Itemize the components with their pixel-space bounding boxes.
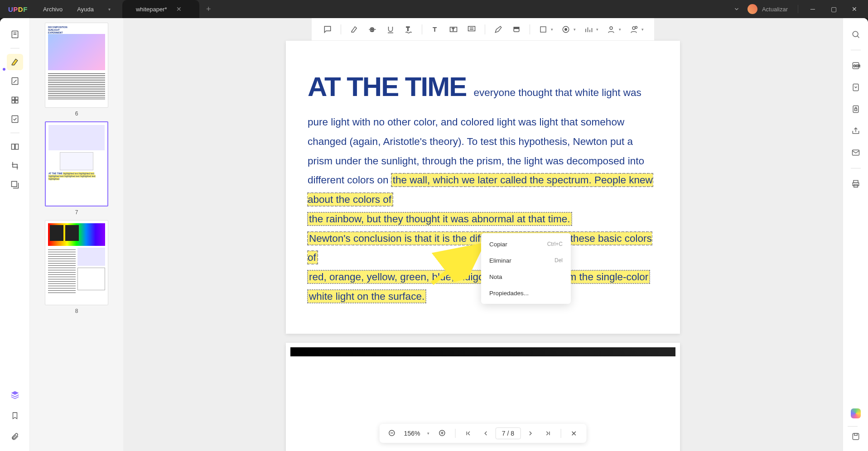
shape-tool-icon[interactable] <box>535 21 552 38</box>
zoom-level: 156% <box>402 430 422 437</box>
sticker-dropdown-icon[interactable]: ▾ <box>641 27 647 32</box>
svg-text:T: T <box>406 26 410 32</box>
last-page-icon[interactable] <box>540 426 555 441</box>
page-indicator[interactable]: 7 / 8 <box>495 427 521 439</box>
chart-tool-icon[interactable] <box>580 21 597 38</box>
highlight-span[interactable]: the rainbow, but they thought it was abn… <box>308 212 572 226</box>
callout-tool-icon[interactable] <box>463 21 480 38</box>
edit-text-icon[interactable] <box>7 73 23 89</box>
attachment-icon[interactable] <box>7 428 23 445</box>
close-window-button[interactable]: ✕ <box>845 1 863 17</box>
page-viewport[interactable]: S T T T ▾ ▾ ▾ ▾ ▾ AT THE TIME ever <box>123 18 843 451</box>
chevron-down-icon[interactable] <box>728 1 745 17</box>
maximize-button[interactable]: ▢ <box>825 1 843 17</box>
zoom-pagination-bar: 156% ▾ 7 / 8 ✕ <box>380 424 587 443</box>
share-icon[interactable] <box>848 123 864 139</box>
separator <box>455 429 455 438</box>
svg-rect-56 <box>853 433 858 439</box>
zoom-dropdown-icon[interactable]: ▾ <box>424 431 432 436</box>
text-tool-icon[interactable]: T <box>427 21 444 38</box>
zoom-out-icon[interactable] <box>385 426 400 441</box>
svg-point-33 <box>632 27 635 29</box>
first-page-icon[interactable] <box>461 426 475 441</box>
print-icon[interactable] <box>848 176 864 192</box>
svg-rect-25 <box>540 27 546 32</box>
drop-cap: AT THE TIME <box>308 72 466 102</box>
document-tab[interactable]: whitepaper* ✕ <box>122 0 199 18</box>
underline-icon[interactable] <box>382 21 399 38</box>
form-icon[interactable] <box>7 111 23 127</box>
svg-point-44 <box>853 31 858 37</box>
shape-dropdown-icon[interactable]: ▾ <box>551 27 556 32</box>
crop-icon[interactable] <box>7 158 23 174</box>
textbox-tool-icon[interactable]: T <box>445 21 462 38</box>
organize-pages-icon[interactable] <box>7 92 23 108</box>
right-sidebar: OCR <box>843 18 868 451</box>
ctx-copiar[interactable]: Copiar Ctrl+C <box>481 236 571 252</box>
signature-tool-icon[interactable] <box>603 21 620 38</box>
thumbnails-panel[interactable]: DECOMPOSITIONSUNLIGHTEXPERIMENT 6 AT THE… <box>30 18 123 451</box>
email-icon[interactable] <box>848 144 864 161</box>
compress-icon[interactable] <box>848 79 864 96</box>
svg-rect-9 <box>11 144 14 149</box>
menu-dropdown[interactable]: ▾ <box>101 0 118 18</box>
separator <box>851 168 861 168</box>
left-sidebar <box>0 18 30 451</box>
new-tab-button[interactable]: + <box>199 5 218 14</box>
close-tab-icon[interactable]: ✕ <box>176 5 182 13</box>
thumbnail-8[interactable]: 8 <box>45 220 108 314</box>
ctx-propiedades[interactable]: Propiedades... <box>481 285 571 301</box>
squiggly-icon[interactable]: T <box>400 21 417 38</box>
highlight-span[interactable]: white light on the surface. <box>308 290 426 303</box>
save-icon[interactable] <box>848 428 864 445</box>
thumbnail-6[interactable]: DECOMPOSITIONSUNLIGHTEXPERIMENT 6 <box>45 23 108 117</box>
svg-rect-5 <box>15 97 18 100</box>
strikethrough-icon[interactable]: S <box>364 21 381 38</box>
separator <box>10 48 19 48</box>
svg-text:OCR: OCR <box>854 64 860 67</box>
thumb-number: 8 <box>75 308 78 314</box>
layers-icon[interactable] <box>7 387 23 403</box>
highlight-color-icon[interactable] <box>346 21 363 38</box>
avatar[interactable] <box>747 4 757 14</box>
svg-point-34 <box>635 26 637 29</box>
indicator-dot <box>3 68 5 71</box>
stamp-tool-icon[interactable] <box>557 21 574 38</box>
svg-rect-23 <box>514 29 519 32</box>
highlight-tool-icon[interactable] <box>7 54 23 70</box>
zoom-in-icon[interactable] <box>435 426 449 441</box>
search-icon[interactable] <box>848 26 864 43</box>
ctx-label: Copiar <box>489 241 507 248</box>
ocr-icon[interactable]: OCR <box>848 58 864 74</box>
eraser-tool-icon[interactable] <box>508 21 525 38</box>
compare-icon[interactable] <box>7 139 23 155</box>
minimize-button[interactable]: ─ <box>804 1 822 17</box>
separator <box>530 24 530 34</box>
svg-line-45 <box>857 36 859 38</box>
svg-rect-11 <box>11 182 17 187</box>
svg-rect-24 <box>514 27 519 29</box>
ctx-eliminar[interactable]: Eliminar Del <box>481 252 571 269</box>
next-page-icon[interactable] <box>523 426 538 441</box>
ctx-shortcut: Ctrl+C <box>547 241 563 247</box>
reader-mode-icon[interactable] <box>7 26 23 43</box>
ai-assistant-icon[interactable] <box>848 405 864 422</box>
menu-ayuda[interactable]: Ayuda <box>70 0 101 18</box>
redact-icon[interactable] <box>7 177 23 193</box>
thumbnail-7[interactable]: AT THE TIME highlighted text highlighted… <box>45 121 108 216</box>
pencil-tool-icon[interactable] <box>490 21 507 38</box>
close-bar-icon[interactable]: ✕ <box>566 426 581 441</box>
bookmark-icon[interactable] <box>7 408 23 424</box>
update-link[interactable]: Actualizar <box>762 6 788 13</box>
svg-point-32 <box>610 27 612 29</box>
comment-tool-icon[interactable] <box>319 21 336 38</box>
stamp-dropdown-icon[interactable]: ▾ <box>574 27 579 32</box>
ctx-nota[interactable]: Nota <box>481 269 571 285</box>
chart-dropdown-icon[interactable]: ▾ <box>596 27 602 32</box>
prev-page-icon[interactable] <box>478 426 492 441</box>
sticker-tool-icon[interactable] <box>625 21 642 38</box>
separator <box>560 429 561 438</box>
protect-icon[interactable] <box>848 101 864 117</box>
signature-dropdown-icon[interactable]: ▾ <box>619 27 624 32</box>
menu-archivo[interactable]: Archivo <box>36 0 70 18</box>
